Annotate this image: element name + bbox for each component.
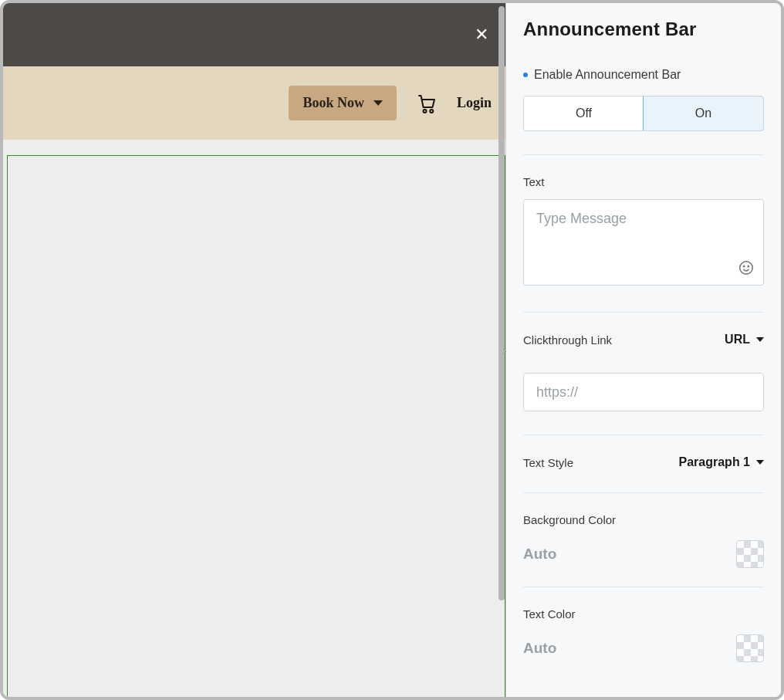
chevron-down-icon	[756, 337, 764, 342]
preview-body	[3, 140, 505, 697]
text-style-label: Text Style	[523, 456, 573, 469]
preview-navbar: Book Now Login	[3, 66, 505, 140]
chevron-down-icon	[756, 460, 764, 465]
text-style-row: Text Style Paragraph 1	[523, 455, 764, 469]
text-color-label: Text Color	[523, 607, 764, 621]
link-label: Clickthrough Link	[523, 333, 612, 347]
text-label: Text	[523, 175, 764, 188]
text-style-value: Paragraph 1	[679, 455, 750, 469]
text-color-swatch[interactable]	[736, 634, 764, 662]
text-color-value: Auto	[523, 640, 556, 657]
svg-point-4	[748, 266, 749, 267]
settings-panel: Announcement Bar Enable Announcement Bar…	[506, 3, 781, 697]
bg-color-swatch[interactable]	[736, 540, 764, 568]
text-style-dropdown[interactable]: Paragraph 1	[679, 455, 764, 469]
close-icon[interactable]: ✕	[475, 26, 488, 43]
url-input[interactable]	[523, 373, 764, 411]
enable-label: Enable Announcement Bar	[534, 68, 681, 82]
bg-color-block: Background Color Auto	[523, 513, 764, 568]
message-input[interactable]	[523, 199, 764, 286]
text-color-block: Text Color Auto	[523, 607, 764, 662]
scrollbar-thumb[interactable]	[498, 6, 505, 600]
chevron-down-icon	[373, 100, 383, 106]
svg-point-0	[423, 110, 426, 113]
book-now-button[interactable]: Book Now	[289, 86, 397, 120]
link-type-dropdown[interactable]: URL	[725, 333, 764, 347]
text-input-wrap	[523, 199, 764, 289]
bg-color-value: Auto	[523, 546, 556, 563]
enable-toggle: Off On	[523, 96, 764, 131]
svg-point-1	[430, 110, 433, 113]
book-now-label: Book Now	[302, 95, 364, 111]
svg-point-2	[740, 262, 753, 275]
login-link[interactable]: Login	[457, 95, 492, 111]
bg-color-label: Background Color	[523, 513, 764, 526]
link-type-value: URL	[725, 333, 750, 347]
changed-indicator-icon	[523, 73, 528, 77]
enable-label-row: Enable Announcement Bar	[523, 68, 764, 82]
emoji-icon[interactable]	[738, 259, 755, 279]
expand-panel-icon[interactable]: ›	[502, 343, 507, 357]
svg-point-3	[744, 266, 745, 267]
divider	[523, 154, 764, 155]
preview-pane: ✕ Book Now Login ›	[3, 3, 506, 697]
cart-icon[interactable]	[415, 92, 438, 115]
divider	[523, 587, 764, 587]
link-header-row: Clickthrough Link URL	[523, 333, 764, 347]
panel-title: Announcement Bar	[523, 19, 764, 40]
divider	[523, 435, 764, 435]
toggle-off-button[interactable]: Off	[524, 96, 644, 130]
divider	[523, 492, 764, 493]
announcement-bar-region[interactable]	[7, 155, 505, 697]
divider	[523, 312, 764, 313]
toggle-on-button[interactable]: On	[643, 96, 764, 131]
preview-topbar: ✕	[3, 3, 505, 66]
